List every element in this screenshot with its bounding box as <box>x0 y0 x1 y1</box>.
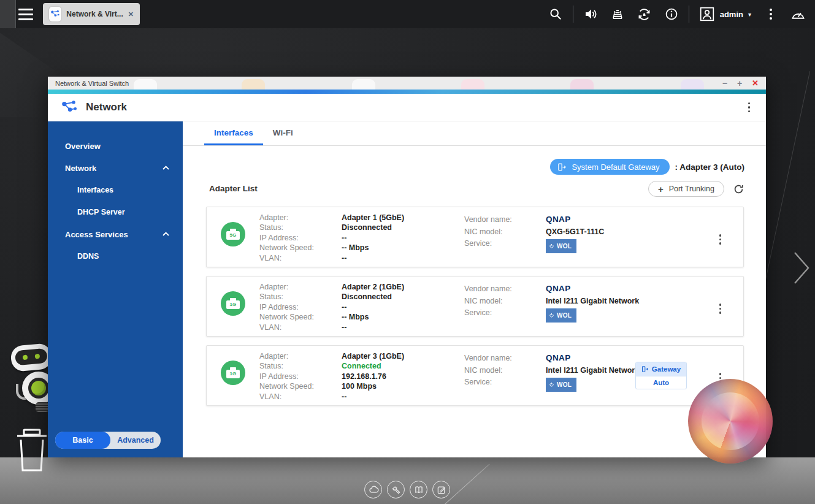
app-tab-network-virtual-switch[interactable]: Network & Virt... ✕ <box>43 3 140 25</box>
wol-badge[interactable]: WOL <box>546 378 576 392</box>
gateway-mode-auto[interactable]: Auto <box>636 376 686 389</box>
adapter-status: Connected <box>342 361 464 371</box>
ethernet-port-icon: 1G <box>221 291 245 316</box>
wol-badge[interactable]: WOL <box>546 239 576 253</box>
sidebar-item-interfaces[interactable]: Interfaces <box>48 179 183 201</box>
notifications-sync-icon[interactable] <box>631 0 658 28</box>
advanced-mode-button[interactable]: Advanced <box>110 436 161 445</box>
vendor-logo: QNAP <box>546 213 699 226</box>
sidebar-item-network[interactable]: Network <box>48 157 183 179</box>
field-label: Network Speed: <box>259 243 342 253</box>
recycle-bin-icon[interactable] <box>16 427 48 475</box>
network-virtual-switch-window: Network & Virtual Switch − + ✕ Network O… <box>48 77 766 457</box>
network-app-icon <box>49 7 61 21</box>
adapter-options-menu-icon[interactable] <box>717 232 724 247</box>
plus-icon: + <box>658 185 664 194</box>
field-label: IP Address: <box>259 372 342 381</box>
gateway-badge-label: Gateway <box>652 365 681 373</box>
adapter-status: Disconnected <box>342 292 464 302</box>
chevron-down-icon: ▾ <box>748 11 751 18</box>
chevron-up-icon <box>163 232 169 236</box>
app-tab-close-icon[interactable]: ✕ <box>128 10 134 18</box>
app-header: Network <box>48 94 766 121</box>
field-label: NIC model: <box>464 365 546 376</box>
desktop-icon-ghost <box>461 79 484 90</box>
adapter-name: Adapter 3 (1GbE) <box>342 351 464 361</box>
search-icon[interactable] <box>542 0 569 28</box>
page-title: Network <box>86 101 127 113</box>
sidebar-item-label: Overview <box>65 142 101 151</box>
sidebar-item-label: Network <box>65 164 96 173</box>
adapter-ip: 192.168.1.76 <box>342 372 464 381</box>
manual-shortcut-icon[interactable] <box>410 481 427 498</box>
system-default-gateway-button[interactable]: System Default Gateway <box>550 159 669 175</box>
field-label: Adapter: <box>259 213 342 223</box>
adapter-ip: -- <box>342 233 464 243</box>
field-label: NIC model: <box>464 296 546 307</box>
field-label: IP Address: <box>259 302 342 312</box>
close-button[interactable]: ✕ <box>752 79 759 87</box>
tab-bar: Interfaces Wi-Fi <box>183 121 766 146</box>
more-menu-icon[interactable] <box>757 0 784 28</box>
gateway-icon <box>557 162 567 172</box>
sidebar-item-label: DHCP Server <box>77 208 125 216</box>
window-title: Network & Virtual Switch <box>55 80 129 87</box>
mode-toggle: Basic Advanced <box>55 432 161 449</box>
volume-icon[interactable] <box>577 0 604 28</box>
port-trunking-button[interactable]: + Port Trunking <box>648 181 724 197</box>
window-options-menu-icon[interactable] <box>744 99 754 116</box>
taskbar-separator <box>573 6 573 23</box>
field-label: Service: <box>464 376 546 392</box>
adapter-name: Adapter 1 (5GbE) <box>342 213 464 223</box>
content-panel: Interfaces Wi-Fi System Default Gateway … <box>183 121 766 457</box>
wol-badge[interactable]: WOL <box>546 308 576 323</box>
gateway-badge-row: Gateway <box>636 362 686 376</box>
field-label: VLAN: <box>259 392 342 402</box>
field-label: Adapter: <box>259 351 342 361</box>
tab-wifi[interactable]: Wi-Fi <box>263 121 303 145</box>
chevron-up-icon <box>163 166 169 170</box>
main-menu-button[interactable] <box>18 9 33 20</box>
sidebar-item-access-services[interactable]: Access Services <box>48 223 183 245</box>
sidebar-item-label: DDNS <box>77 252 99 261</box>
sidebar-item-overview[interactable]: Overview <box>48 135 183 157</box>
background-tasks-icon[interactable] <box>604 0 631 28</box>
tools-shortcut-icon[interactable] <box>387 481 405 498</box>
adapter-list-title: Adapter List <box>209 184 258 193</box>
adapter-options-menu-icon[interactable] <box>717 301 724 316</box>
window-accent-bar <box>48 90 766 94</box>
adapter-speed: -- Mbps <box>342 243 464 253</box>
window-titlebar[interactable]: Network & Virtual Switch − + ✕ <box>48 77 766 90</box>
field-label: Network Speed: <box>259 381 342 391</box>
maximize-button[interactable]: + <box>737 79 742 88</box>
notes-shortcut-icon[interactable] <box>432 481 450 498</box>
field-label: Status: <box>259 361 342 371</box>
adapter-speed: -- Mbps <box>342 312 464 322</box>
sidebar-item-ddns[interactable]: DDNS <box>48 245 183 267</box>
ethernet-port-icon: 5G <box>221 222 245 246</box>
next-desktop-chevron-icon[interactable] <box>792 249 811 289</box>
port-trunking-label: Port Trunking <box>669 185 714 193</box>
sidebar: Overview Network Interfaces DHCP Server … <box>48 121 183 457</box>
field-label: Vendor name: <box>464 282 546 296</box>
field-label: VLAN: <box>259 323 342 332</box>
basic-mode-button[interactable]: Basic <box>55 432 110 449</box>
adapter-name: Adapter 2 (1GbE) <box>342 282 464 292</box>
info-icon[interactable] <box>658 0 685 28</box>
field-label: Adapter: <box>259 282 342 292</box>
user-menu[interactable]: admin ▾ <box>693 6 757 22</box>
adapter-vlan: -- <box>342 323 464 332</box>
tab-interfaces[interactable]: Interfaces <box>204 121 263 145</box>
refresh-icon[interactable] <box>733 183 744 195</box>
user-name-label: admin <box>720 10 743 19</box>
field-label: NIC model: <box>464 226 546 238</box>
sidebar-item-dhcp-server[interactable]: DHCP Server <box>48 201 183 223</box>
cloud-shortcut-icon[interactable] <box>364 481 382 498</box>
gateway-assignment-badge: Gateway Auto <box>635 362 687 389</box>
user-avatar-icon <box>699 6 715 22</box>
minimize-button[interactable]: − <box>722 79 727 88</box>
power-icon <box>549 382 554 388</box>
field-label: VLAN: <box>259 253 342 263</box>
dashboard-gauge-icon[interactable] <box>784 0 811 28</box>
default-gateway-value: : Adapter 3 (Auto) <box>675 162 745 172</box>
